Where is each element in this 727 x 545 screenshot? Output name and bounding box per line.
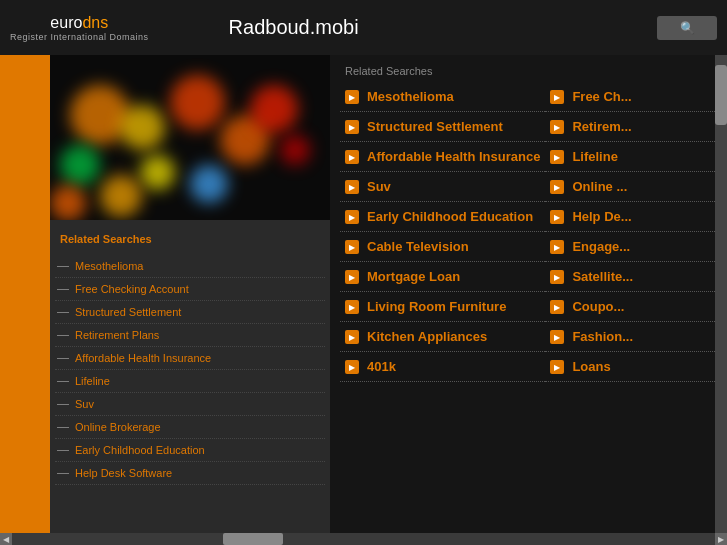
right-link-text: Satellite... [572,269,633,284]
right-arrow-icon [345,120,359,134]
right-arrow-icon [550,300,564,314]
right-link-text: Living Room Furniture [367,299,506,314]
scrollbar-thumb-horizontal[interactable] [223,533,283,545]
sidebar-list-item[interactable]: —Structured Settlement [55,301,325,324]
right-link-item[interactable]: Retirem... [545,112,717,142]
sidebar-link-text: Retirement Plans [75,329,159,341]
right-link-text: Coupo... [572,299,624,314]
sidebar-list-item[interactable]: —Online Brokerage [55,416,325,439]
right-link-item[interactable]: 401k [340,352,545,382]
right-link-item[interactable]: Help De... [545,202,717,232]
sidebar-arrow-icon: — [57,466,69,480]
search-box[interactable]: 🔍 [657,16,717,40]
right-link-item[interactable]: Living Room Furniture [340,292,545,322]
sidebar-list-item[interactable]: —Lifeline [55,370,325,393]
right-link-item[interactable]: Fashion... [545,322,717,352]
sidebar-link-text: Free Checking Account [75,283,189,295]
main-layout: Related Searches —Mesothelioma—Free Chec… [0,55,727,545]
sidebar-list-item[interactable]: —Free Checking Account [55,278,325,301]
sidebar-arrow-icon: — [57,305,69,319]
vertical-scrollbar[interactable] [715,55,727,545]
sidebar-arrow-icon: — [57,397,69,411]
scroll-left-arrow[interactable]: ◀ [0,533,12,545]
site-title: Radboud.mobi [229,16,359,39]
sidebar-link-text: Lifeline [75,375,110,387]
sidebar-list-item[interactable]: —Mesothelioma [55,255,325,278]
right-link-text: Early Childhood Education [367,209,533,224]
right-link-text: Lifeline [572,149,618,164]
right-arrow-icon [345,360,359,374]
right-link-text: Engage... [572,239,630,254]
sidebar-list-item[interactable]: —Affordable Health Insurance [55,347,325,370]
sidebar-list-item[interactable]: —Help Desk Software [55,462,325,485]
sidebar-arrow-icon: — [57,282,69,296]
hero-image [50,55,330,220]
sidebar-list-item[interactable]: —Retirement Plans [55,324,325,347]
sidebar-link-text: Early Childhood Education [75,444,205,456]
right-arrow-icon [550,180,564,194]
logo-area: eurodns Register International Domains [10,14,149,42]
right-links-grid: MesotheliomaFree Ch...Structured Settlem… [330,82,727,382]
sidebar-list-item[interactable]: —Suv [55,393,325,416]
right-link-text: Mesothelioma [367,89,454,104]
logo-subtitle: Register International Domains [10,32,149,42]
sidebar-related-label: Related Searches [60,233,152,245]
sidebar-link-text: Affordable Health Insurance [75,352,211,364]
left-sidebar: Related Searches —Mesothelioma—Free Chec… [0,55,330,545]
right-link-text: Loans [572,359,610,374]
right-link-item[interactable]: Loans [545,352,717,382]
logo-dns: dns [82,14,108,31]
right-link-text: Cable Television [367,239,469,254]
scrollbar-track[interactable] [12,533,715,545]
sidebar-link-text: Online Brokerage [75,421,161,433]
top-bar: eurodns Register International Domains R… [0,0,727,55]
right-arrow-icon [345,180,359,194]
right-link-item[interactable]: Structured Settlement [340,112,545,142]
right-arrow-icon [550,330,564,344]
right-link-text: Online ... [572,179,627,194]
right-arrow-icon [550,120,564,134]
right-arrow-icon [550,270,564,284]
sidebar-arrow-icon: — [57,259,69,273]
sidebar-links: —Mesothelioma—Free Checking Account—Stru… [55,255,325,485]
scroll-right-arrow[interactable]: ▶ [715,533,727,545]
horizontal-scrollbar[interactable]: ◀ ▶ [0,533,727,545]
right-link-text: Free Ch... [572,89,631,104]
right-link-item[interactable]: Affordable Health Insurance [340,142,545,172]
sidebar-link-text: Help Desk Software [75,467,172,479]
right-link-text: 401k [367,359,396,374]
right-link-item[interactable]: Kitchen Appliances [340,322,545,352]
right-link-item[interactable]: Suv [340,172,545,202]
right-link-item[interactable]: Coupo... [545,292,717,322]
right-panel: Related Searches MesotheliomaFree Ch...S… [330,55,727,545]
right-link-item[interactable]: Mortgage Loan [340,262,545,292]
right-link-item[interactable]: Cable Television [340,232,545,262]
sidebar-list-item[interactable]: —Early Childhood Education [55,439,325,462]
sidebar-arrow-icon: — [57,420,69,434]
right-link-item[interactable]: Lifeline [545,142,717,172]
right-link-text: Mortgage Loan [367,269,460,284]
right-link-item[interactable]: Engage... [545,232,717,262]
right-link-item[interactable]: Satellite... [545,262,717,292]
right-arrow-icon [345,90,359,104]
right-arrow-icon [550,150,564,164]
right-link-text: Structured Settlement [367,119,503,134]
right-link-text: Kitchen Appliances [367,329,487,344]
right-link-item[interactable]: Free Ch... [545,82,717,112]
bokeh-container [50,55,330,220]
orange-accent-bar [0,55,50,545]
right-arrow-icon [345,330,359,344]
right-link-item[interactable]: Mesothelioma [340,82,545,112]
right-arrow-icon [550,210,564,224]
right-link-item[interactable]: Early Childhood Education [340,202,545,232]
right-link-text: Retirem... [572,119,631,134]
right-arrow-icon [345,150,359,164]
sidebar-arrow-icon: — [57,443,69,457]
scrollbar-thumb[interactable] [715,65,727,125]
right-link-text: Affordable Health Insurance [367,149,540,164]
right-link-item[interactable]: Online ... [545,172,717,202]
right-link-text: Help De... [572,209,631,224]
sidebar-arrow-icon: — [57,374,69,388]
sidebar-link-text: Suv [75,398,94,410]
right-related-label: Related Searches [330,55,727,82]
